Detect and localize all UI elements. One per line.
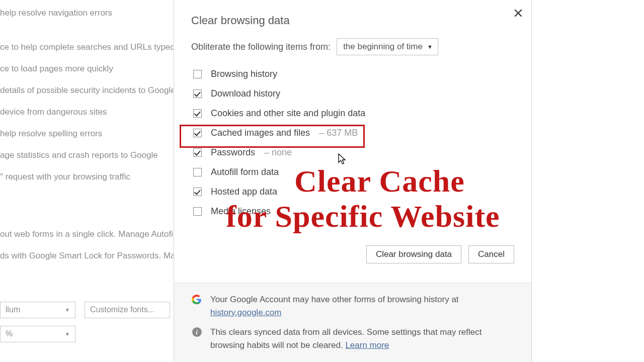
- clear-option-row: Download history: [191, 84, 514, 104]
- close-button[interactable]: [514, 7, 522, 20]
- background-text-fragment: ce to help complete searches and URLs ty…: [0, 42, 175, 53]
- background-text-fragment: ds with Google Smart Lock for Passwords.…: [0, 250, 176, 261]
- background-text-fragment: ce to load pages more quickly: [0, 63, 113, 74]
- checkbox-download-history[interactable]: [193, 89, 202, 98]
- clear-option-row: Browsing history: [191, 64, 514, 84]
- clear-browsing-data-button[interactable]: Clear browsing data: [366, 245, 461, 263]
- checkbox-autofill-form-data[interactable]: [193, 168, 202, 176]
- clear-option-label: Autofill form data: [211, 167, 279, 177]
- time-range-value: the beginning of time: [343, 42, 423, 52]
- clear-option-row: Cached images and files – 637 MB: [191, 123, 514, 143]
- chevron-down-icon: ▼: [65, 331, 70, 337]
- font-size-dropdown[interactable]: lium▼: [0, 302, 75, 318]
- learn-more-link[interactable]: Learn more: [345, 340, 389, 350]
- background-text-fragment: device from dangerous sites: [0, 107, 107, 118]
- background-text-fragment: help resolve navigation errors: [0, 8, 112, 19]
- clear-option-suffix: – none: [264, 147, 292, 158]
- clear-browsing-data-dialog: Clear browsing data Obliterate the follo…: [174, 0, 532, 362]
- background-text-fragment: age statistics and crash reports to Goog…: [0, 150, 158, 161]
- background-text-fragment: " request with your browsing traffic: [0, 171, 130, 183]
- clear-option-row: Media licenses: [191, 202, 514, 221]
- background-text-fragment: details of possible security incidents t…: [0, 85, 176, 96]
- customize-fonts-button[interactable]: Customize fonts...: [85, 302, 170, 318]
- checkbox-media-licenses[interactable]: [193, 207, 202, 216]
- clear-option-label: Media licenses: [211, 206, 271, 217]
- checkbox-hosted-app-data[interactable]: [193, 188, 202, 196]
- clear-options-list: Browsing historyDownload historyCookies …: [191, 64, 514, 221]
- chevron-down-icon: ▼: [65, 307, 70, 313]
- clear-option-label: Cached images and files: [211, 128, 310, 138]
- clear-option-label: Cookies and other site and plugin data: [211, 108, 365, 119]
- chevron-down-icon: ▼: [427, 44, 433, 50]
- checkbox-browsing-history[interactable]: [193, 70, 202, 78]
- sync-clear-note: This clears synced data from all devices…: [210, 326, 514, 351]
- clear-option-row: Passwords – none: [191, 143, 514, 162]
- clear-option-label: Hosted app data: [211, 187, 277, 197]
- time-range-select[interactable]: the beginning of time ▼: [337, 38, 438, 55]
- clear-option-label: Download history: [211, 88, 280, 99]
- cancel-button[interactable]: Cancel: [468, 245, 514, 263]
- google-history-note: Your Google Account may have other forms…: [210, 293, 459, 319]
- background-text-fragment: out web forms in a single click. Manage …: [0, 229, 173, 240]
- page-zoom-dropdown[interactable]: %▼: [0, 326, 75, 342]
- history-google-link[interactable]: history.google.com: [210, 308, 281, 317]
- customize-fonts-label: Customize fonts...: [90, 305, 154, 315]
- checkbox-cookies-and-other-site-and-plugin-data[interactable]: [193, 109, 202, 118]
- page-zoom-value: %: [6, 329, 13, 339]
- info-icon: i: [191, 327, 202, 337]
- google-logo-icon: [191, 295, 202, 305]
- dialog-title: Clear browsing data: [191, 14, 514, 27]
- background-settings-page: help resolve navigation errorsce to help…: [0, 0, 174, 362]
- close-icon: [514, 9, 522, 17]
- clear-option-row: Autofill form data: [191, 162, 514, 182]
- checkbox-cached-images-and-files[interactable]: [193, 129, 202, 137]
- checkbox-passwords[interactable]: [193, 148, 202, 157]
- dialog-footer: Your Google Account may have other forms…: [174, 283, 531, 362]
- clear-option-row: Cookies and other site and plugin data: [191, 104, 514, 123]
- clear-option-row: Hosted app data: [191, 182, 514, 202]
- clear-option-label: Browsing history: [211, 69, 277, 79]
- clear-option-suffix: – 637 MB: [319, 128, 358, 138]
- obliterate-label: Obliterate the following items from:: [191, 42, 331, 52]
- background-text-fragment: help resolve spelling errors: [0, 128, 102, 139]
- clear-option-label: Passwords: [211, 147, 255, 158]
- font-size-value: lium: [6, 305, 20, 315]
